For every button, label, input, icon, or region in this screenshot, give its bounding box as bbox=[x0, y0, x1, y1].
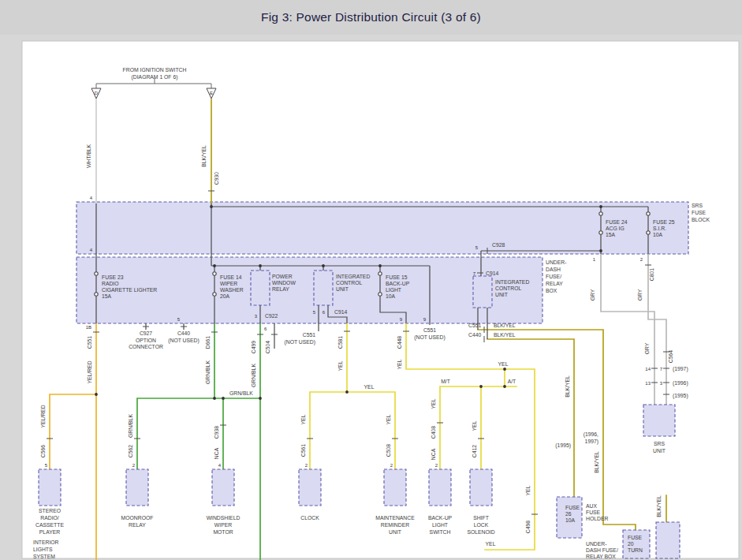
stereo-label-3: CASSETTE bbox=[35, 522, 64, 528]
srs-block-label-1: SRS bbox=[692, 203, 703, 208]
blkyel-line2-label: BLK/YEL bbox=[494, 332, 516, 338]
pw-relay-label-1: POWER bbox=[272, 274, 293, 279]
c551-icu1-notused: (NOT USED) bbox=[284, 339, 315, 345]
interior-label-3: SYSTEM bbox=[33, 554, 55, 559]
icu2-label-3: UNIT bbox=[495, 292, 508, 297]
moonroof-label-2: RELAY bbox=[129, 522, 146, 528]
icu1-label-2: CONTROL bbox=[336, 280, 362, 286]
year-1996-label: (1996) bbox=[673, 380, 688, 386]
underdash2-label-2: DASH FUSE/ bbox=[586, 547, 618, 553]
blkyel-line1-label: BLK/YEL bbox=[494, 323, 516, 328]
underdash-label-1: UNDER- bbox=[546, 259, 566, 265]
c914-label-icu2: C914 bbox=[486, 271, 498, 276]
c504-label: C504 bbox=[265, 341, 270, 353]
fuse14-terminal-bottom bbox=[213, 293, 216, 296]
shift-label-2: LOCK bbox=[474, 522, 489, 528]
mt-label: M/T bbox=[441, 379, 450, 384]
pin-1b: 1B bbox=[86, 325, 91, 330]
fuse15-label-3: LIGHT bbox=[386, 287, 401, 293]
c566-label: C566 bbox=[40, 445, 46, 457]
yel-c581-label: YEL bbox=[337, 360, 343, 371]
clock-label: CLOCK bbox=[300, 515, 319, 521]
nca-backup-label: NCA bbox=[431, 448, 436, 460]
c499-label: C499 bbox=[251, 341, 256, 353]
wiper-motor-box bbox=[212, 469, 234, 506]
year-1995b-label: (1995) bbox=[673, 393, 688, 399]
c922-label: C922 bbox=[265, 313, 278, 319]
srs-unit-label-2: UNIT bbox=[653, 448, 666, 454]
aux-label-2: FUSE bbox=[586, 510, 601, 515]
stereo-box bbox=[39, 469, 61, 506]
c508-label: C508 bbox=[386, 444, 391, 457]
grnblk-moonroof-label: GRN/BLK bbox=[128, 414, 133, 438]
c448-label: C448 bbox=[397, 336, 402, 349]
fuse24-label-3: 15A bbox=[606, 232, 616, 237]
fuse26-label-1: FUSE bbox=[565, 505, 580, 510]
aux-label-1: AUX bbox=[586, 503, 597, 509]
fuse23-terminal-bottom bbox=[95, 293, 98, 296]
yelred-stereo-label: YEL/RED bbox=[40, 405, 46, 427]
c440-line-label: C440 bbox=[468, 332, 481, 338]
blkyel-1995-label: BLK/YEL bbox=[565, 375, 570, 398]
srs-block-label-2: FUSE bbox=[692, 210, 707, 215]
fuse14-label-4: 20A bbox=[220, 293, 230, 299]
wiring-diagram: FROM IGNITION SWITCH (DIAGRAM 1 OF 6) D … bbox=[0, 0, 742, 560]
year-1997-label: (1997) bbox=[673, 366, 688, 372]
backup-switch-box bbox=[429, 469, 451, 506]
aux-label-3: HOLDER bbox=[586, 516, 608, 521]
c561-label: C561 bbox=[300, 444, 306, 457]
fuse25-terminal-bottom bbox=[647, 231, 650, 234]
icu2-box bbox=[473, 276, 492, 308]
c551-line-label: C551 bbox=[468, 323, 481, 328]
srs-unit-label-1: SRS bbox=[654, 441, 665, 446]
c562-label: C562 bbox=[128, 445, 133, 457]
c930-label: C930 bbox=[214, 172, 219, 185]
yel-shift-label: YEL bbox=[472, 420, 477, 431]
bottom-right-box bbox=[656, 522, 680, 558]
year-1996-97a: (1996, bbox=[584, 431, 598, 438]
fuse24-terminal-bottom bbox=[599, 231, 602, 234]
clock-box bbox=[299, 469, 321, 506]
yel-horizontal2-label: YEL bbox=[498, 361, 509, 367]
triangle-d-label: D bbox=[95, 91, 99, 95]
grnblk-d661-label: GRN/BLK bbox=[205, 360, 211, 384]
srs-fuse-block-box bbox=[76, 202, 688, 254]
grnblk-c499-label: GRN/BLK bbox=[251, 364, 256, 387]
c564-label: C564 bbox=[668, 350, 673, 363]
interior-label-2: LIGHTS bbox=[33, 547, 53, 552]
yel-maint-label: YEL bbox=[386, 414, 391, 424]
option-label-2: CONNECTOR bbox=[129, 344, 163, 349]
maintenance-unit-box bbox=[384, 469, 406, 506]
stereo-label-1: STEREO bbox=[39, 508, 61, 513]
power-window-relay-box bbox=[251, 271, 270, 305]
shift-solenoid-box bbox=[470, 469, 492, 506]
stereo-label-4: PLAYER bbox=[39, 529, 60, 535]
underdash-label-3: FUSE/ bbox=[546, 274, 561, 279]
backup-label-3: SWITCH bbox=[430, 529, 451, 535]
c551-stub-notused: (NOT USED) bbox=[414, 334, 446, 341]
pin-13-srs: 13 bbox=[645, 381, 651, 386]
yel-backup-label: YEL bbox=[431, 398, 436, 409]
yel-horizontal1-label: YEL bbox=[364, 384, 375, 390]
yel-bottom-label: YEL bbox=[486, 541, 496, 547]
fuse24-label-1: FUSE 24 bbox=[606, 219, 628, 225]
fuse26-label-3: 10A bbox=[565, 517, 576, 523]
wiper-label-2: WIPER bbox=[214, 522, 232, 528]
fuse15-terminal-top bbox=[378, 272, 382, 275]
pw-relay-label-3: RELAY bbox=[272, 286, 289, 292]
maint-label-2: REMINDER bbox=[381, 522, 409, 528]
c938-label: C938 bbox=[214, 426, 219, 439]
c440-notused: (NOT USED) bbox=[168, 338, 199, 344]
year-1995-label: (1995) bbox=[555, 442, 571, 449]
srs-unit-box bbox=[643, 405, 675, 436]
backup-label-1: BACK-UP bbox=[428, 515, 453, 521]
option-label-1: OPTION bbox=[136, 338, 156, 343]
interior-label-1: INTERIOR bbox=[33, 539, 59, 545]
from-ignition-label: FROM IGNITION SWITCH bbox=[123, 67, 187, 73]
pw-relay-label-2: WINDOW bbox=[272, 280, 296, 286]
shift-label-3: SOLENOID bbox=[467, 529, 494, 535]
c801-label: C801 bbox=[649, 268, 654, 281]
icu2-label-1: INTEGRATED bbox=[495, 279, 529, 285]
icu1-label-3: UNIT bbox=[336, 286, 349, 292]
c412-label: C412 bbox=[472, 445, 477, 457]
